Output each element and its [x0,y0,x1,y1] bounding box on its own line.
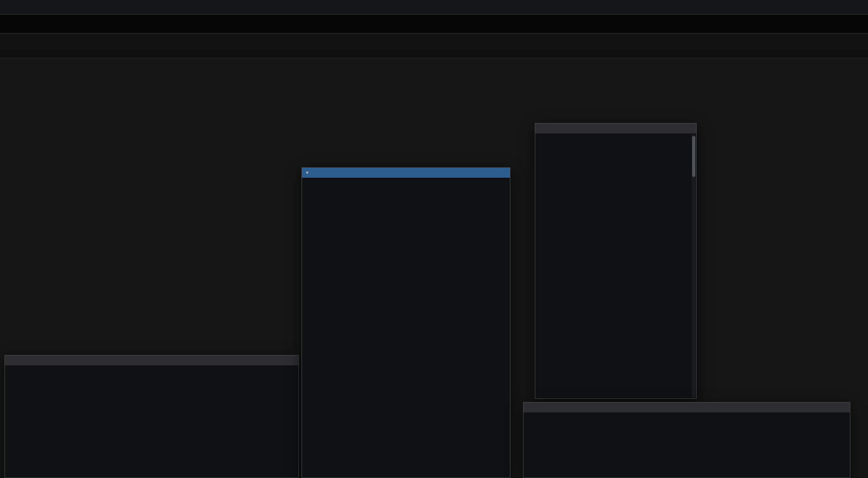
zone-info-window [535,123,697,399]
time-ruler[interactable] [0,33,868,50]
zone-info-window-titlebar[interactable] [535,123,696,133]
statistics-window [5,355,299,478]
find-zone-window-titlebar[interactable]: ▼ [302,168,510,178]
collapse-icon[interactable]: ▼ [305,170,309,175]
find-zone-window: ▼ [302,167,510,478]
memory-window [523,402,850,478]
memory-window-titlebar[interactable] [524,402,850,412]
frame-timeline-strip[interactable] [0,15,868,33]
frame-labels-row[interactable] [0,50,868,58]
main-toolbar [0,0,868,14]
scrollbar[interactable] [692,134,696,398]
scrollbar-thumb[interactable] [692,136,695,177]
tracy-profiler-app: ▼ [0,0,868,478]
statistics-window-titlebar[interactable] [5,355,298,365]
